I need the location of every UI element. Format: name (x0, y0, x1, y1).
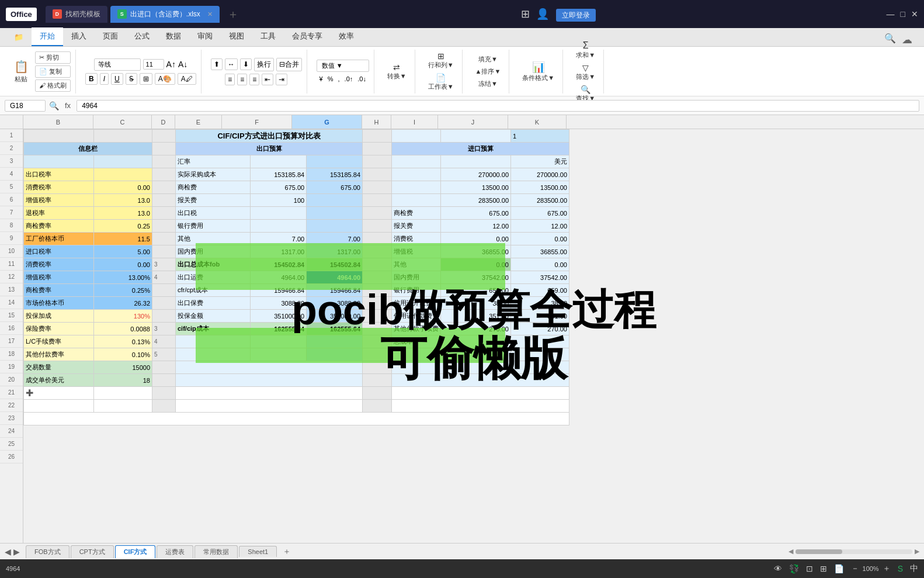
cell-F7-val[interactable] (251, 207, 307, 220)
col-header-G[interactable]: G (292, 115, 362, 129)
col-header-F[interactable]: F (222, 115, 292, 129)
cell-H14[interactable] (363, 297, 392, 310)
col-header-J[interactable]: J (438, 115, 508, 129)
font-color-button[interactable]: A🖊 (178, 73, 196, 85)
currency-button[interactable]: ¥ (318, 74, 324, 84)
cell-D4[interactable] (152, 168, 176, 181)
fill-button[interactable]: 填充▼ (475, 53, 501, 65)
font-decrease-button[interactable]: A↓ (178, 60, 187, 69)
cell-import-header[interactable]: 进口预算 (392, 143, 569, 155)
cell-K13-val[interactable]: 659.00 (511, 284, 569, 297)
cell-C1[interactable] (94, 130, 152, 143)
conditional-format-button[interactable]: 📊 条件格式▼ (519, 59, 558, 84)
cell-D1[interactable] (152, 130, 176, 143)
cell-K14-val[interactable]: 38.00 (511, 297, 569, 310)
cell-B13-label[interactable]: 商检费率 (24, 284, 94, 297)
cell-H21[interactable] (363, 387, 392, 400)
cell-D22[interactable] (152, 400, 176, 413)
cell-IJK22[interactable] (392, 400, 569, 413)
cell-J7-val[interactable]: 675.00 (441, 207, 511, 220)
cell-K15-val[interactable]: 351.00 (511, 310, 569, 323)
cell-H22[interactable] (363, 400, 392, 413)
cell-D18-step[interactable]: 5 (152, 348, 176, 361)
cell-B22[interactable] (24, 400, 94, 413)
freeze-button[interactable]: 冻结▼ (475, 78, 501, 90)
cell-J1[interactable] (441, 130, 511, 143)
tab-tools[interactable]: 工具 (252, 27, 284, 46)
cell-I3[interactable] (392, 155, 441, 168)
cell-C19-value[interactable]: 15000 (94, 361, 152, 374)
new-tab-button[interactable]: ＋ (227, 6, 239, 22)
cell-C5-value[interactable]: 0.00 (94, 181, 152, 194)
cell-B3[interactable] (24, 155, 94, 168)
decimal-increase-button[interactable]: .0↑ (343, 74, 355, 84)
close-button[interactable]: ✕ (911, 9, 918, 19)
cell-C22[interactable] (94, 400, 152, 413)
tab-view[interactable]: 视图 (221, 27, 252, 46)
cell-J15-val[interactable]: 351.00 (441, 310, 511, 323)
sum-button[interactable]: Σ 求和▼ (572, 39, 599, 61)
cell-K17-val[interactable] (511, 335, 569, 348)
cell-E7-label[interactable]: 出口税 (176, 207, 251, 220)
eye-icon[interactable]: 👁 (774, 564, 782, 573)
cell-export-header[interactable]: 出口预算 (176, 143, 363, 155)
copy-button[interactable]: 📄 复制 (35, 65, 71, 78)
cell-H5[interactable] (363, 181, 392, 194)
cell-I1[interactable] (392, 130, 441, 143)
cell-C17-value[interactable]: 0.13% (94, 335, 152, 348)
view-layout-icon[interactable]: ⊞ (820, 564, 827, 573)
cell-J14-val[interactable]: 38.00 (441, 297, 511, 310)
tab-formula[interactable]: 公式 (126, 27, 158, 46)
col-header-K[interactable]: K (508, 115, 567, 129)
cell-G8-val[interactable] (307, 220, 363, 233)
align-center-button[interactable]: ≡ (237, 74, 247, 85)
prev-sheet-button[interactable]: ◀ (5, 547, 11, 556)
cell-H1[interactable] (363, 130, 392, 143)
cell-D19[interactable] (152, 361, 176, 374)
row-col-button[interactable]: ⊞ 行和列▼ (425, 50, 457, 71)
cell-B4-label[interactable]: 出口税率 (24, 168, 94, 181)
font-name-box[interactable]: 等线 (94, 58, 141, 71)
formula-input[interactable]: 4964 (77, 100, 919, 112)
cell-D20[interactable] (152, 374, 176, 387)
tab-insert[interactable]: 插入 (63, 27, 95, 46)
cell-D11-step[interactable]: 3 (152, 258, 176, 271)
cell-K7-val[interactable]: 675.00 (511, 207, 569, 220)
cell-K1[interactable]: 1 (511, 130, 569, 143)
cell-D12-step[interactable]: 4 (152, 271, 176, 284)
cell-G3[interactable] (307, 155, 363, 168)
cell-J8-val[interactable]: 12.00 (441, 220, 511, 233)
cell-K11-val[interactable]: 0.00 (511, 258, 569, 271)
italic-button[interactable]: I (100, 73, 109, 85)
cell-C10-value[interactable]: 5.00 (94, 245, 152, 258)
cell-C12-value[interactable]: 13.00% (94, 271, 152, 284)
cell-B11-label[interactable]: 消费税率 (24, 258, 94, 271)
sheet-tab-cif[interactable]: CIF方式 (115, 545, 156, 558)
cell-H2[interactable] (363, 143, 392, 155)
tab-review[interactable]: 审阅 (189, 27, 221, 46)
cell-H4[interactable] (363, 168, 392, 181)
cell-C13-value[interactable]: 0.25% (94, 284, 152, 297)
cell-C15-value[interactable]: 130% (94, 310, 152, 323)
cell-B5-label[interactable]: 消费税率 (24, 181, 94, 194)
cell-K8-val[interactable]: 12.00 (511, 220, 569, 233)
cell-C6-value[interactable]: 13.0 (94, 194, 152, 207)
cell-B16-label[interactable]: 保险费率 (24, 323, 94, 335)
cell-D6[interactable] (152, 194, 176, 207)
zoom-in-button[interactable]: ＋ (883, 563, 891, 574)
col-header-B[interactable]: B (23, 115, 93, 129)
col-header-E[interactable]: E (175, 115, 222, 129)
cell-B7-label[interactable]: 退税率 (24, 207, 94, 220)
cell-I7-label[interactable]: 商检费 (392, 207, 441, 220)
cell-IJK21[interactable] (392, 387, 569, 400)
cell-H20[interactable] (363, 374, 392, 387)
cell-D9[interactable] (152, 233, 176, 245)
cell-J5-val[interactable]: 13500.00 (441, 181, 511, 194)
cell-D17-step[interactable]: 4 (152, 335, 176, 348)
cell-C7-value[interactable]: 13.0 (94, 207, 152, 220)
outdent-button[interactable]: ⇥ (276, 74, 287, 85)
cell-F15-val[interactable]: 351000.00 (251, 310, 307, 323)
cell-D16-step[interactable]: 3 (152, 323, 176, 335)
cell-B9-label[interactable]: 工厂价格本币 (24, 233, 94, 245)
tab-efficiency[interactable]: 效率 (331, 27, 362, 46)
